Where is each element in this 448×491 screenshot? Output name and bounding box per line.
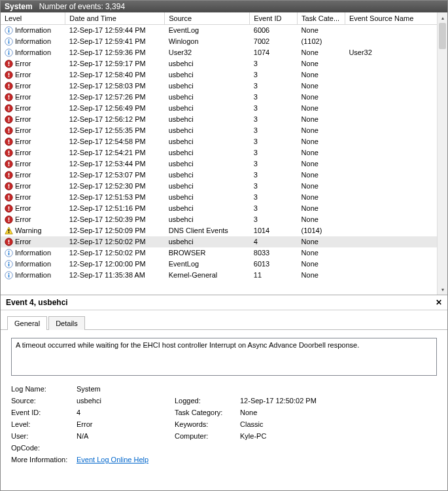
level-text: Error xyxy=(15,171,31,179)
cell-datetime: 12-Sep-17 12:50:09 PM xyxy=(65,225,165,236)
event-row[interactable]: Error12-Sep-17 12:50:39 PMusbehci3None xyxy=(1,214,447,225)
cell-datetime: 12-Sep-17 12:53:44 PM xyxy=(65,158,165,170)
cell-datetime: 12-Sep-17 12:50:02 PM xyxy=(65,247,165,259)
column-header[interactable]: Date and Time xyxy=(65,12,165,25)
tab-details[interactable]: Details xyxy=(48,316,85,330)
event-row[interactable]: Information12-Sep-17 12:50:02 PMBROWSER8… xyxy=(1,247,447,259)
column-headers[interactable]: LevelDate and TimeSourceEvent IDTask Cat… xyxy=(1,12,447,25)
lbl-logname: Log Name: xyxy=(11,385,77,393)
cell-source: usbehci xyxy=(165,81,250,92)
cell-eventid: 11 xyxy=(250,270,298,281)
cell-datetime: 12-Sep-17 12:57:26 PM xyxy=(65,92,165,103)
lbl-computer: Computer: xyxy=(175,432,240,440)
event-row[interactable]: Error12-Sep-17 12:56:49 PMusbehci3None xyxy=(1,103,447,114)
cell-task: None xyxy=(298,181,345,192)
level-text: Error xyxy=(15,126,31,134)
cell-datetime: 12-Sep-17 12:50:39 PM xyxy=(65,214,165,225)
svg-rect-52 xyxy=(9,217,10,220)
event-row[interactable]: Error12-Sep-17 12:52:30 PMusbehci3None xyxy=(1,181,447,192)
event-grid[interactable]: LevelDate and TimeSourceEvent IDTask Cat… xyxy=(1,12,447,281)
cell-source: User32 xyxy=(165,47,250,58)
event-row[interactable]: Information12-Sep-17 12:59:36 PMUser3210… xyxy=(1,47,447,58)
close-icon[interactable]: ✕ xyxy=(436,298,442,307)
vertical-scrollbar[interactable]: ▴ ▾ xyxy=(437,12,447,295)
scroll-up-button[interactable]: ▴ xyxy=(438,12,447,23)
link-moreinfo[interactable]: Event Log Online Help xyxy=(77,456,371,464)
lbl-level: Level: xyxy=(11,420,77,428)
event-row[interactable]: Error12-Sep-17 12:51:53 PMusbehci3None xyxy=(1,192,447,203)
cell-datetime: 12-Sep-17 12:59:44 PM xyxy=(65,25,165,36)
cell-datetime: 12-Sep-17 12:56:49 PM xyxy=(65,103,165,114)
event-row[interactable]: Error12-Sep-17 12:57:26 PMusbehci3None xyxy=(1,92,447,103)
scroll-down-button[interactable]: ▾ xyxy=(438,284,447,295)
event-row[interactable]: Error12-Sep-17 12:54:21 PMusbehci3None xyxy=(1,147,447,158)
cell-task: None xyxy=(298,81,345,92)
lbl-eventid: Event ID: xyxy=(11,409,77,416)
event-row[interactable]: Error12-Sep-17 12:58:03 PMusbehci3None xyxy=(1,81,447,92)
cell-source: usbehci xyxy=(165,181,250,192)
cell-source: usbehci xyxy=(165,114,250,125)
column-header[interactable]: Level xyxy=(1,12,65,25)
svg-rect-4 xyxy=(9,41,10,43)
event-row[interactable]: Information12-Sep-17 11:35:38 AMKernel-G… xyxy=(1,270,447,281)
svg-rect-50 xyxy=(9,209,10,211)
event-row[interactable]: Information12-Sep-17 12:00:00 PMEventLog… xyxy=(1,259,447,270)
cell-srcname xyxy=(345,225,447,236)
cell-task: None xyxy=(298,247,345,259)
val-opcode xyxy=(77,444,371,452)
level-text: Error xyxy=(15,60,31,67)
cell-eventid: 1014 xyxy=(250,225,298,236)
level-text: Error xyxy=(15,149,31,156)
cell-datetime: 12-Sep-17 12:54:58 PM xyxy=(65,136,165,147)
error-icon xyxy=(5,126,13,135)
event-row[interactable]: Error12-Sep-17 12:53:44 PMusbehci3None xyxy=(1,158,447,170)
event-row[interactable]: Warning12-Sep-17 12:50:09 PMDNS Client E… xyxy=(1,225,447,236)
cell-eventid: 3 xyxy=(250,92,298,103)
event-row[interactable]: Error12-Sep-17 12:53:07 PMusbehci3None xyxy=(1,170,447,181)
cell-task: None xyxy=(298,214,345,225)
cell-eventid: 3 xyxy=(250,69,298,81)
cell-eventid: 3 xyxy=(250,203,298,214)
column-header[interactable]: Source xyxy=(165,12,250,25)
event-row[interactable]: Error12-Sep-17 12:59:17 PMusbehci3None xyxy=(1,58,447,69)
error-icon xyxy=(5,238,13,246)
svg-rect-38 xyxy=(9,165,10,166)
cell-source: usbehci xyxy=(165,192,250,203)
val-keywords: Classic xyxy=(240,420,371,428)
cell-source: usbehci xyxy=(165,92,250,103)
event-row[interactable]: Information12-Sep-17 12:59:44 PMEventLog… xyxy=(1,25,447,36)
error-icon xyxy=(5,215,13,224)
event-row[interactable]: Information12-Sep-17 12:59:41 PMWinlogon… xyxy=(1,36,447,47)
cell-source: usbehci xyxy=(165,58,250,69)
description-box[interactable]: A timeout occurred while waiting for the… xyxy=(11,338,437,376)
event-row[interactable]: Error12-Sep-17 12:56:12 PMusbehci3None xyxy=(1,114,447,125)
event-row[interactable]: Error12-Sep-17 12:51:16 PMusbehci3None xyxy=(1,203,447,214)
cell-source: BROWSER xyxy=(165,247,250,259)
event-row[interactable]: Error12-Sep-17 12:58:40 PMusbehci3None xyxy=(1,69,447,81)
svg-rect-23 xyxy=(9,109,10,111)
cell-eventid: 3 xyxy=(250,170,298,181)
column-header[interactable]: Event ID xyxy=(250,12,298,25)
cell-srcname xyxy=(345,36,447,47)
event-row[interactable]: Error12-Sep-17 12:55:35 PMusbehci3None xyxy=(1,125,447,136)
cell-task: None xyxy=(298,125,345,136)
column-header[interactable]: Task Cate... xyxy=(298,12,345,25)
svg-rect-20 xyxy=(9,98,10,100)
error-icon xyxy=(5,115,13,124)
val-logged: 12-Sep-17 12:50:02 PM xyxy=(240,397,371,405)
cell-srcname xyxy=(345,103,447,114)
scroll-thumb[interactable] xyxy=(439,23,446,49)
level-text: Error xyxy=(15,204,31,212)
column-header[interactable]: Event Source Name xyxy=(345,12,447,25)
svg-rect-56 xyxy=(9,232,10,233)
level-text: Information xyxy=(15,26,51,34)
event-row[interactable]: Error12-Sep-17 12:50:02 PMusbehci4None xyxy=(1,236,447,247)
event-row[interactable]: Error12-Sep-17 12:54:58 PMusbehci3None xyxy=(1,136,447,147)
title-bar: System Number of events: 3,394 xyxy=(1,1,447,12)
scroll-track[interactable] xyxy=(438,23,447,284)
info-icon xyxy=(5,271,13,280)
cell-srcname xyxy=(345,214,447,225)
cell-eventid: 8033 xyxy=(250,247,298,259)
tab-general[interactable]: General xyxy=(7,316,47,330)
property-grid: Log Name: System Source: usbehci Logged:… xyxy=(11,385,437,464)
